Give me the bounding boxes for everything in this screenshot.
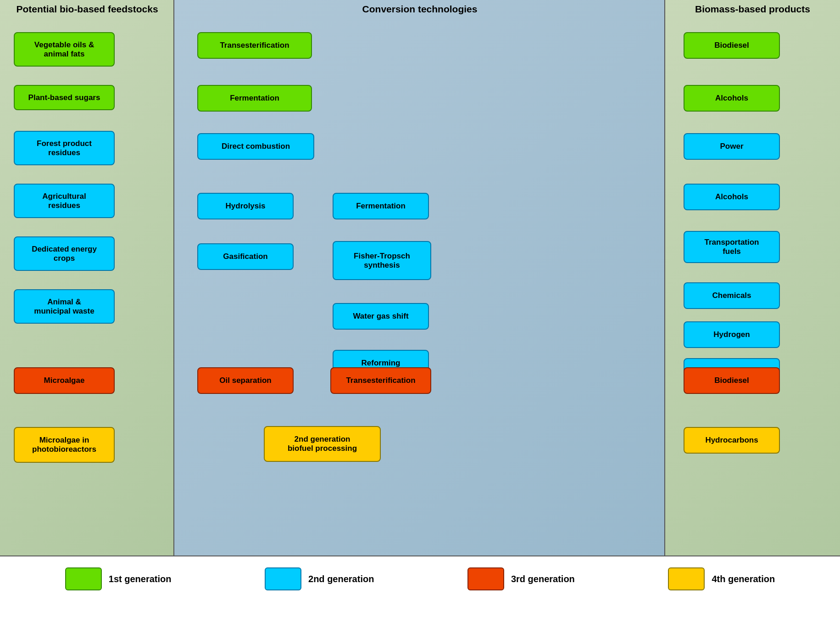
legend-area: 1st generation 2nd generation 3rd genera… [0, 556, 840, 601]
node-microalgae: Microalgae [14, 367, 115, 394]
legend-label-gen3: 3rd generation [511, 574, 575, 584]
legend-gen3: 3rd generation [467, 567, 575, 590]
legend-box-gen3 [467, 567, 504, 590]
node-hydrolysis: Hydrolysis [197, 193, 294, 219]
node-plant-sugars: Plant-based sugars [14, 85, 115, 110]
diagram-wrapper: Potential bio-based feedstocks Conversio… [0, 0, 840, 556]
node-biodiesel2: Biodiesel [684, 367, 780, 394]
feedstocks-header: Potential bio-based feedstocks [0, 4, 174, 15]
node-fisher-tropsch: Fisher-Tropschsynthesis [333, 241, 431, 280]
node-direct-combustion: Direct combustion [197, 133, 314, 160]
node-hydrogen: Hydrogen [684, 321, 780, 348]
legend-box-gen4 [668, 567, 705, 590]
node-ferm2: Fermentation [333, 193, 429, 219]
node-agri-residues: Agriculturalresidues [14, 184, 115, 218]
node-gasification: Gasification [197, 243, 294, 270]
node-ferm1: Fermentation [197, 85, 312, 112]
node-trans2: Transesterification [330, 367, 431, 394]
node-water-gas-shift: Water gas shift [333, 303, 429, 330]
node-photobioreactors: Microalgae inphotobioreactors [14, 427, 115, 463]
legend-box-gen1 [65, 567, 102, 590]
node-veg-oils: Vegetable oils &animal fats [14, 32, 115, 67]
node-biodiesel1: Biodiesel [684, 32, 780, 59]
legend-label-gen4: 4th generation [712, 574, 775, 584]
legend-gen1: 1st generation [65, 567, 172, 590]
node-trans1: Transesterification [197, 32, 312, 59]
node-chemicals: Chemicals [684, 282, 780, 309]
node-biofuel-processing: 2nd generationbiofuel processing [264, 426, 381, 462]
node-forest-residues: Forest productresidues [14, 131, 115, 165]
legend-box-gen2 [265, 567, 301, 590]
node-power: Power [684, 133, 780, 160]
legend-gen4: 4th generation [668, 567, 775, 590]
legend-gen2: 2nd generation [265, 567, 374, 590]
node-alcohols2: Alcohols [684, 184, 780, 210]
legend-label-gen1: 1st generation [109, 574, 172, 584]
node-animal-waste: Animal &municipal waste [14, 289, 115, 324]
products-header: Biomass-based products [665, 4, 840, 15]
node-energy-crops: Dedicated energycrops [14, 236, 115, 271]
node-alcohols1: Alcohols [684, 85, 780, 112]
main-container: Potential bio-based feedstocks Conversio… [0, 0, 840, 601]
node-oil-separation: Oil separation [197, 367, 294, 394]
conversion-header: Conversion technologies [174, 4, 665, 15]
legend-label-gen2: 2nd generation [308, 574, 374, 584]
node-hydrocarbons: Hydrocarbons [684, 427, 780, 454]
node-transp-fuels: Transportationfuels [684, 231, 780, 263]
